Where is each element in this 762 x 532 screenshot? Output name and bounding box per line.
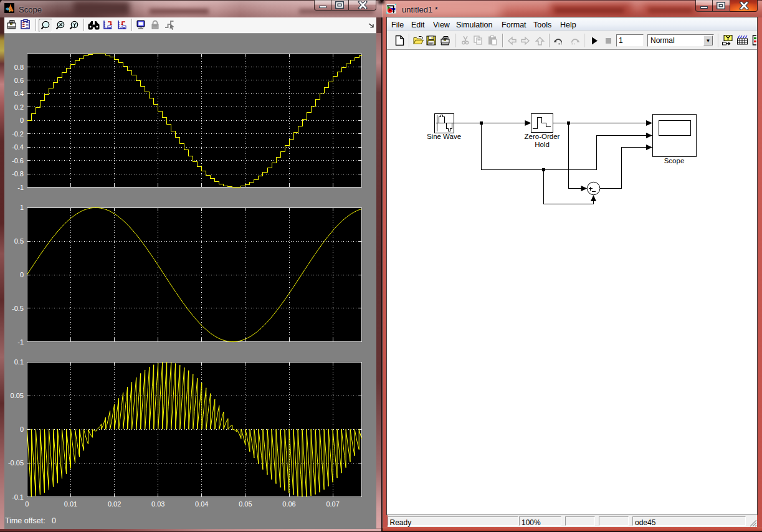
svg-text:Zero-Order: Zero-Order [525, 133, 560, 140]
svg-text:Hold: Hold [535, 141, 550, 148]
svg-text:Sine Wave: Sine Wave [427, 133, 461, 140]
svg-text:Scope: Scope [664, 157, 685, 164]
